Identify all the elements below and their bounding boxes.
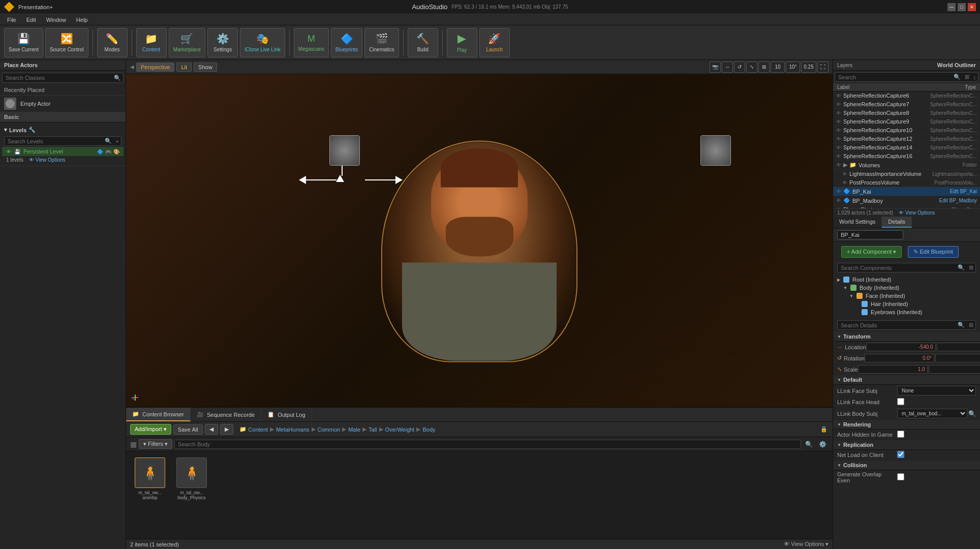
level-color-icon[interactable]: 🎨 <box>113 149 119 155</box>
build-button[interactable]: 🔨 Build <box>408 28 438 57</box>
collision-section-header[interactable]: ▼ Collision <box>833 461 980 470</box>
menu-window[interactable]: Window <box>41 16 71 24</box>
view-options-btn[interactable]: 👁 View Options <box>29 157 66 163</box>
outliner-item[interactable]: 👁 SphereReflectionCapture14 SphereReflec… <box>833 143 980 152</box>
megascans-button[interactable]: M Megascans <box>294 28 329 57</box>
details-tab[interactable]: Details <box>882 217 912 228</box>
scale-y-input[interactable] <box>929 365 980 374</box>
snap-icon[interactable]: ⊞ <box>758 62 770 73</box>
llink-face-subj-select[interactable]: None <box>897 386 976 395</box>
outliner-item[interactable]: 👁 SphereReflectionCapture12 SphereReflec… <box>833 135 980 143</box>
breadcrumb-content[interactable]: Content <box>249 426 268 433</box>
outliner-item-bp-kai[interactable]: 👁 🔷 BP_Kai Edit BP_Kai <box>833 187 980 196</box>
rotation-x-input[interactable] <box>865 354 934 362</box>
empty-actor-row[interactable]: Empty Actor <box>0 96 126 112</box>
content-item-animb[interactable]: 🧍 m_tal_ow...animbp <box>132 458 168 500</box>
angle-value[interactable]: 10° <box>786 62 800 73</box>
outliner-item[interactable]: 👁 SphereReflectionCapture6 SphereReflect… <box>833 92 980 100</box>
content-item-physics[interactable]: 🧍 m_tal_ow...body_Physics <box>174 458 209 500</box>
actor-hidden-checkbox[interactable] <box>897 431 904 438</box>
outliner-item[interactable]: 👁 SphereReflectionCapture16 SphereReflec… <box>833 152 980 161</box>
save-current-button[interactable]: 💾 Save Current <box>4 28 43 57</box>
view-options-cb[interactable]: 👁 View Options ▾ <box>784 541 829 547</box>
content-browser-tab[interactable]: 📁 Content Browser <box>126 408 191 421</box>
filters-button[interactable]: ▾ Filters ▾ <box>139 439 172 449</box>
outliner-item[interactable]: 👁 SphereReflectionCapture8 SphereReflect… <box>833 109 980 117</box>
marketplace-button[interactable]: 🛒 Marketplace <box>169 28 205 57</box>
breadcrumb-metahumans[interactable]: MetaHumans <box>276 426 309 433</box>
llink-body-subj-select[interactable]: m_tal_ovw_bod... <box>897 409 967 418</box>
outliner-item-postprocess[interactable]: 👁 PostProcessVolume PostProcessVolu... <box>833 178 980 187</box>
world-settings-tab[interactable]: World Settings <box>833 217 882 228</box>
breadcrumb-male[interactable]: Male <box>348 426 360 433</box>
add-component-button[interactable]: + Add Component ▾ <box>841 246 902 258</box>
outliner-item-lightmass[interactable]: 👁 LightmassImportanceVolume LightmassImp… <box>833 170 980 178</box>
breadcrumb-tall[interactable]: Tall <box>369 426 377 433</box>
titlebar-right[interactable]: — □ ✕ <box>947 3 976 11</box>
outliner-item[interactable]: 👁 SphereReflectionCapture7 SphereReflect… <box>833 100 980 109</box>
level-blueprint-icon[interactable]: 🔷 <box>97 149 103 155</box>
outliner-search-input[interactable] <box>835 73 952 81</box>
outliner-folder-volumes[interactable]: 👁 ▶ 📁 Volumes Folder <box>833 161 980 170</box>
outliner-item[interactable]: 👁 SphereReflectionCapture10 SphereReflec… <box>833 126 980 135</box>
rendering-section-header[interactable]: ▼ Rendering <box>833 420 980 430</box>
outliner-item-bp-madboy[interactable]: 👁 🔷 BP_Madboy Edit BP_Madboy <box>833 196 980 205</box>
show-button[interactable]: Show <box>194 63 217 72</box>
breadcrumb-overweight[interactable]: OverWeight <box>385 426 415 433</box>
menu-file[interactable]: File <box>2 16 21 24</box>
scale-value[interactable]: 0.25 <box>801 62 816 73</box>
sequence-recorder-tab[interactable]: 🎥 Sequence Recorde <box>191 408 261 421</box>
rotate-icon[interactable]: ↺ <box>734 62 745 73</box>
llink-face-head-checkbox[interactable] <box>897 398 904 405</box>
grid-value[interactable]: 10 <box>771 62 785 73</box>
maximize-button[interactable]: □ <box>958 3 966 11</box>
search-icon[interactable]: 🔍 <box>803 440 815 449</box>
actor-name-input[interactable] <box>837 230 903 239</box>
outliner-item[interactable]: 👁 SphereReflectionCapture9 SphereReflect… <box>833 117 980 126</box>
menu-help[interactable]: Help <box>71 16 93 24</box>
edit-blueprint-button[interactable]: ✎ Edit Blueprint <box>908 246 958 258</box>
search-details-input[interactable] <box>838 321 956 329</box>
output-log-tab[interactable]: 📋 Output Log <box>261 408 312 421</box>
close-button[interactable]: ✕ <box>968 3 976 11</box>
level-controller-icon[interactable]: 🎮 <box>105 149 111 155</box>
view-options-outliner[interactable]: 👁 View Options <box>899 210 935 216</box>
generate-overlap-checkbox[interactable] <box>897 473 904 480</box>
filter-details-icon[interactable]: ⊞ <box>967 321 975 329</box>
breadcrumb-common[interactable]: Common <box>318 426 341 433</box>
translate-icon[interactable]: ↔ <box>722 62 733 73</box>
levels-header[interactable]: ▾ Levels 🔧 <box>2 125 124 135</box>
modes-button[interactable]: ✏️ Modes <box>97 28 128 57</box>
default-section-header[interactable]: ▼ Default <box>833 375 980 385</box>
back-button[interactable]: ◀ <box>205 424 218 435</box>
component-grid-icon[interactable]: ⊞ <box>967 263 975 272</box>
blueprints-button[interactable]: 🔷 Blueprints <box>331 28 362 57</box>
forward-button[interactable]: ▶ <box>220 424 233 435</box>
camera-icon[interactable]: 📷 <box>710 62 721 73</box>
persistent-level-item[interactable]: 👁 💾 Persistent Level 🔷 🎮 🎨 <box>2 147 124 156</box>
search-levels-input[interactable] <box>5 137 103 145</box>
comp-eyebrows[interactable]: ▶ Eyebrows (Inherited) <box>833 308 980 316</box>
lit-button[interactable]: Lit <box>176 63 192 72</box>
grid-view-icon[interactable]: ▦ <box>130 440 137 448</box>
source-control-button[interactable]: 🔀 Source Control <box>45 28 88 57</box>
llink-body-browse-icon[interactable]: 🔍 <box>968 410 976 417</box>
add-import-button[interactable]: Add/Import ▾ <box>130 424 171 435</box>
comp-hair[interactable]: ▶ Hair (Inherited) <box>833 300 980 308</box>
location-x-input[interactable] <box>866 343 936 351</box>
outliner-settings-icon[interactable]: ⊞ <box>963 73 971 81</box>
net-load-checkbox[interactable] <box>897 451 904 458</box>
scale-icon[interactable]: ⤡ <box>746 62 757 73</box>
minimize-button[interactable]: — <box>947 3 956 11</box>
search-content-input[interactable] <box>174 440 801 449</box>
launch-button[interactable]: 🚀 Launch <box>479 28 510 57</box>
transform-section-header[interactable]: ▼ Transform <box>833 332 980 342</box>
maximize-viewport-icon[interactable]: ⛶ <box>817 62 829 73</box>
settings-button[interactable]: ⚙️ Settings <box>207 28 238 57</box>
viewport[interactable] <box>126 74 833 407</box>
rotation-y-input[interactable] <box>935 354 980 362</box>
save-all-button[interactable]: Save All <box>173 424 203 435</box>
settings-icon[interactable]: ⚙️ <box>817 440 829 449</box>
breadcrumb-body[interactable]: Body <box>422 426 435 433</box>
comp-root[interactable]: ▶ Root (Inherited) <box>833 276 980 284</box>
